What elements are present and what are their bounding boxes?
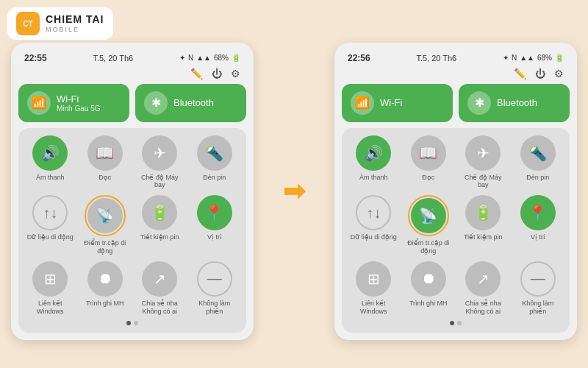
status-bar-left: 22:55 T.5, 20 Th6 ✦ N ▲▲ 68% 🔋 [18, 50, 246, 66]
edit-icon[interactable]: ✏️ [190, 68, 203, 79]
grid-label-9: Trình ghi MH [86, 300, 124, 308]
grid-item-11[interactable]: —Không làm phiền [190, 261, 240, 316]
wifi-tile-right[interactable]: 📶 Wi-Fi [342, 84, 453, 122]
grid-icon-10: ↗ [142, 261, 177, 297]
grid-item-3[interactable]: 🔦Đèn pin [514, 135, 563, 190]
wifi-sub-left: Minh Gau 5G [57, 105, 100, 113]
phones-container: 22:55 T.5, 20 Th6 ✦ N ▲▲ 68% 🔋 ✏️ ⏻ ⚙ 📶 … [0, 28, 588, 355]
watermark: CT CHIEM TAI MOBILE [7, 7, 113, 40]
grid-icon-4: ↑↓ [356, 195, 391, 230]
grid-item-6[interactable]: 🔋Tiết kiệm pin [135, 195, 184, 255]
quick-tiles-right: 📶 Wi-Fi ✱ Bluetooth [342, 84, 570, 122]
grid-item-9[interactable]: ⏺Trình ghi MH [81, 261, 130, 316]
grid-item-2[interactable]: ✈Chế độ Máy bay [459, 135, 508, 190]
grid-label-1: Đọc [422, 174, 434, 182]
grid-item-6[interactable]: 🔋Tiết kiệm pin [459, 195, 508, 255]
grid-icon-3: 🔦 [197, 135, 232, 171]
grid-item-3[interactable]: 🔦Đèn pin [190, 135, 240, 190]
grid-item-4[interactable]: ↑↓Dữ liệu di động [26, 195, 75, 255]
grid-item-10[interactable]: ↗Chia sẻ nha Không có ai [459, 261, 508, 316]
bluetooth-tile-left[interactable]: ✱ Bluetooth [135, 84, 246, 122]
grid-item-11[interactable]: —Không làm phiền [514, 261, 563, 316]
grid-icon-2: ✈ [142, 135, 177, 171]
dot-2 [134, 321, 138, 325]
wifi-label-left: Wi-Fi [57, 93, 100, 105]
grid-icon-4: ↑↓ [32, 195, 68, 230]
grid-item-2[interactable]: ✈Chế độ Máy bay [135, 135, 184, 190]
dot-r-2 [457, 321, 462, 325]
grid-label-0: Âm thanh [359, 174, 388, 182]
grid-label-8: Liên kết Windows [349, 300, 398, 316]
grid-item-5[interactable]: 📡Điểm tr.cập di động [404, 195, 453, 255]
quick-tiles-left: 📶 Wi-Fi Minh Gau 5G ✱ Bluetooth [18, 84, 246, 122]
grid-label-11: Không làm phiền [514, 300, 563, 316]
grid-item-8[interactable]: ⊞Liên kết Windows [349, 261, 398, 316]
watermark-text: CHIEM TAI MOBILE [46, 13, 104, 34]
grid-icon-6: 🔋 [465, 195, 501, 230]
grid-item-7[interactable]: 📍Vị trí [190, 195, 240, 255]
grid-label-1: Đọc [98, 174, 111, 182]
bluetooth-tile-right[interactable]: ✱ Bluetooth [459, 84, 570, 122]
grid-panel-right: 🔊Âm thanh📖Đọc✈Chế độ Máy bay🔦Đèn pin↑↓Dữ… [342, 128, 570, 333]
grid-icon-1: 📖 [411, 135, 446, 171]
grid-label-6: Tiết kiệm pin [464, 233, 503, 241]
grid-label-7: Vị trí [531, 233, 545, 241]
grid-item-7[interactable]: 📍Vị trí [514, 195, 563, 255]
header-icons-left: ✏️ ⏻ ⚙ [18, 66, 246, 84]
grid-icon-11: — [197, 261, 232, 297]
grid-label-2: Chế độ Máy bay [459, 174, 508, 190]
wifi-tile-left[interactable]: 📶 Wi-Fi Minh Gau 5G [18, 84, 129, 122]
bluetooth-label-left: Bluetooth [173, 97, 214, 108]
grid-label-3: Đèn pin [526, 174, 549, 182]
grid-item-10[interactable]: ↗Chia sẻ nha Không có ai [135, 261, 184, 316]
grid-item-0[interactable]: 🔊Âm thanh [26, 135, 75, 190]
grid-icon-0: 🔊 [356, 135, 391, 171]
grid-panel-left: 🔊Âm thanh📖Đọc✈Chế độ Máy bay🔦Đèn pin↑↓Dữ… [18, 128, 246, 333]
header-icons-right: ✏️ ⏻ ⚙ [342, 66, 570, 84]
grid-icon-5: 📡 [408, 195, 449, 236]
grid-label-4: Dữ liệu di động [351, 233, 397, 241]
watermark-logo: CT [16, 12, 40, 35]
grid-icon-8: ⊞ [32, 261, 68, 297]
date-left: T.5, 20 Th6 [93, 54, 133, 63]
grid-item-5[interactable]: 📡Điểm tr.cập di động [81, 195, 130, 255]
grid-label-8: Liên kết Windows [26, 300, 75, 316]
grid-label-5: Điểm tr.cập di động [81, 239, 130, 255]
status-icons-left: ✦ N ▲▲ 68% 🔋 [179, 54, 240, 62]
grid-icon-0: 🔊 [32, 135, 68, 171]
brand-name: CHIEM TAI [46, 13, 104, 26]
grid-label-3: Đèn pin [203, 174, 226, 182]
grid-label-10: Chia sẻ nha Không có ai [135, 300, 184, 316]
phone-left: 22:55 T.5, 20 Th6 ✦ N ▲▲ 68% 🔋 ✏️ ⏻ ⚙ 📶 … [11, 43, 254, 341]
status-icons-right: ✦ N ▲▲ 68% 🔋 [503, 54, 564, 62]
power-icon[interactable]: ⏻ [212, 68, 222, 79]
grid-item-8[interactable]: ⊞Liên kết Windows [26, 261, 75, 316]
power-icon-right[interactable]: ⏻ [535, 68, 545, 79]
grid-icon-9: ⏺ [411, 261, 446, 297]
bluetooth-icon-left: ✱ [144, 91, 168, 115]
settings-icon[interactable]: ⚙ [231, 68, 240, 79]
grid-label-11: Không làm phiền [190, 300, 240, 316]
grid-icon-9: ⏺ [87, 261, 123, 297]
grid-label-9: Trình ghi MH [409, 300, 448, 308]
grid-item-0[interactable]: 🔊Âm thanh [349, 135, 398, 190]
grid-icon-3: 🔦 [520, 135, 556, 171]
grid-label-2: Chế độ Máy bay [135, 174, 184, 190]
phone-right: 22:56 T.5, 20 Th6 ✦ N ▲▲ 68% 🔋 ✏️ ⏻ ⚙ 📶 … [334, 43, 577, 341]
grid-icon-8: ⊞ [356, 261, 391, 297]
grid-label-0: Âm thanh [36, 174, 65, 182]
settings-icon-right[interactable]: ⚙ [554, 68, 564, 79]
grid-item-1[interactable]: 📖Đọc [81, 135, 130, 190]
grid-item-1[interactable]: 📖Đọc [404, 135, 453, 190]
grid-icon-6: 🔋 [142, 195, 177, 230]
dot-r-1 [450, 321, 454, 325]
grid-icon-5: 📡 [85, 195, 126, 236]
time-right: 22:56 [348, 53, 370, 63]
grid-icon-7: 📍 [197, 195, 232, 230]
grid-item-9[interactable]: ⏺Trình ghi MH [404, 261, 453, 316]
edit-icon-right[interactable]: ✏️ [514, 68, 526, 79]
grid-item-4[interactable]: ↑↓Dữ liệu di động [349, 195, 398, 255]
dot-1 [126, 321, 131, 325]
grid-label-4: Dữ liệu di động [27, 233, 74, 241]
grid-label-7: Vị trí [207, 233, 222, 241]
